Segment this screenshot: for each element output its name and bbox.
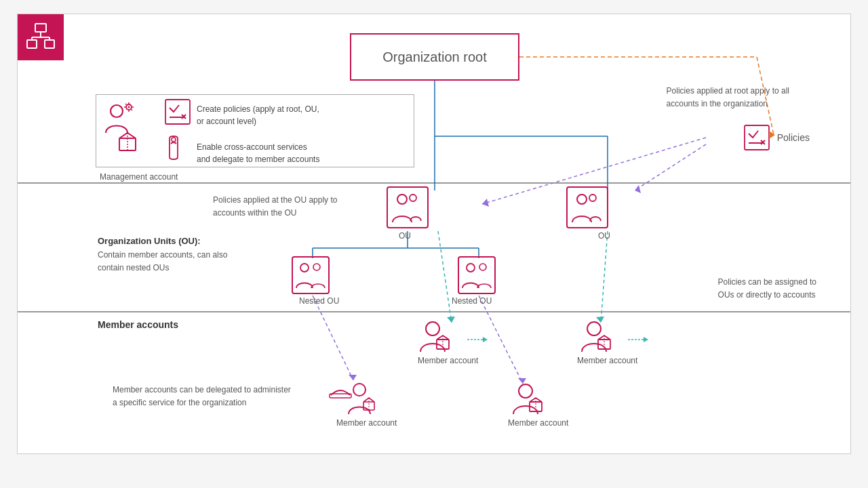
ou-assign-note: Policies can be assigned toOUs or direct… [718,276,816,302]
svg-line-43 [601,231,608,323]
svg-point-68 [587,322,601,336]
svg-marker-38 [482,199,489,207]
ou1-label: OU [399,231,411,241]
member-account-2-icon [582,322,610,352]
svg-point-60 [300,264,309,272]
nested-ou2-icon [458,257,495,293]
svg-rect-73 [363,402,374,410]
svg-rect-23 [745,125,769,150]
org-root-label: Organization root [382,49,486,65]
svg-rect-0 [35,24,46,32]
member-label-4: Member account [508,418,568,428]
divider-ou-section [18,182,850,184]
svg-marker-46 [349,375,357,380]
nested-ou2-label: Nested OU [452,296,492,306]
svg-marker-44 [596,317,604,323]
svg-marker-40 [635,185,641,193]
svg-rect-18 [165,100,190,124]
svg-point-57 [577,195,587,204]
root-policy-note: Policies applied at root apply to allacc… [667,85,789,110]
ou1-icon [387,187,428,228]
svg-rect-2 [45,40,54,48]
svg-rect-69 [598,340,610,349]
member-label-2: Member account [577,356,637,365]
svg-point-7 [111,105,123,117]
policies-label: Policies [777,132,810,143]
nested-ou1-icon [292,257,329,293]
feature-text-1: Create policies (apply at root, OU,or ac… [197,103,319,127]
nested-ou1-label: Nested OU [299,296,339,306]
main-diagram: Organization root [17,14,851,454]
svg-line-41 [438,231,452,323]
svg-rect-62 [458,257,495,293]
svg-rect-56 [567,187,608,228]
svg-point-54 [397,195,407,204]
svg-line-47 [479,296,523,384]
member-delegate-note: Member accounts can be delegated to admi… [113,384,291,409]
svg-marker-42 [447,317,455,323]
member-accounts-label: Member accounts [98,319,178,330]
org-root-box: Organization root [350,33,519,81]
feature-text-2: Enable cross-account servicesand delegat… [197,141,319,165]
org-chart-icon [26,22,56,52]
svg-marker-52 [644,337,648,342]
svg-point-63 [467,264,475,272]
svg-marker-50 [483,337,488,342]
svg-point-61 [313,264,320,270]
svg-line-45 [313,296,353,380]
svg-line-37 [482,138,706,204]
svg-line-39 [635,144,706,190]
ou-policy-note: Policies applied at the OU apply toaccou… [213,194,337,220]
svg-marker-48 [518,378,526,384]
member-account-4-icon [513,384,542,414]
mgmt-account-label: Management account [100,172,178,182]
member-label-3: Member account [336,418,397,428]
svg-point-9 [128,106,130,108]
svg-line-14 [125,104,127,105]
checklist-icon-1 [164,98,191,125]
policies-icon [743,124,770,151]
svg-rect-76 [530,402,542,411]
divider-member-section [18,311,850,312]
svg-point-58 [589,195,596,201]
svg-point-64 [479,264,486,270]
checklist-icon-2 [164,134,191,161]
svg-point-72 [353,384,366,396]
svg-rect-66 [437,340,449,349]
svg-rect-59 [292,257,329,293]
svg-point-65 [426,322,439,336]
svg-rect-71 [330,394,351,398]
member-account-1-icon [420,322,449,352]
svg-rect-1 [27,40,37,48]
mgmt-package-icon [117,130,140,153]
member-account-3-icon [330,384,374,414]
svg-point-22 [172,138,176,142]
member-label-1: Member account [418,356,478,365]
ou2-label: OU [598,231,610,241]
logo-box [18,14,64,60]
svg-rect-53 [387,187,428,228]
ou2-icon [567,187,608,228]
svg-line-15 [132,110,133,111]
policies-box: Policies [743,124,810,151]
mgmt-account-box: Create policies (apply at root, OU,or ac… [96,94,414,167]
svg-point-75 [519,384,532,398]
ou-section-label: Organization Units (OU): Contain member … [98,235,227,274]
svg-point-55 [410,195,416,201]
